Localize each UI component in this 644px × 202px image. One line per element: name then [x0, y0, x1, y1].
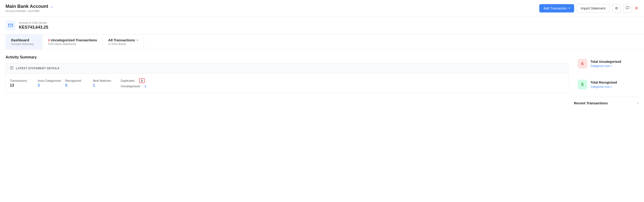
tab-all-sub: In Zoho Books [108, 43, 138, 46]
settings-icon: ⚙ [615, 6, 618, 11]
tab-dashboard-sub: Account Summary [11, 43, 37, 46]
tab-uncategorized-sub: From Bank Statements [48, 43, 97, 46]
main-content: Activity Summary LATEST STATEMENT DETAIL… [0, 50, 644, 202]
balance-amount: KES743,643.25 [19, 25, 48, 30]
stat-transactions: Transactions 13 [10, 79, 38, 88]
statement-icon [10, 66, 14, 71]
tab-all-main: All Transactions [108, 38, 135, 42]
uncategorized-row: Uncategorized : 1 [121, 85, 158, 88]
left-panel: Activity Summary LATEST STATEMENT DETAIL… [6, 55, 568, 196]
add-transaction-chevron: ▾ [569, 7, 570, 10]
recognized-title: Total Recognized [590, 81, 617, 84]
stats-row: Transactions 13 Auto-Categorized 3 Recog… [6, 74, 568, 93]
transactions-label: Transactions [10, 79, 38, 82]
auto-cat-label: Auto-Categorized [38, 79, 65, 82]
stat-recognized: Recognized 5 [65, 79, 93, 88]
right-panel: 6 Total Uncategorized Categorize now » 5… [574, 55, 638, 196]
categorize-now-link-2[interactable]: Categorize now » [590, 85, 617, 88]
recent-transactions-arrow[interactable]: › [637, 101, 638, 105]
duplicates-value[interactable]: 2 [139, 78, 144, 83]
header-actions: Add Transaction ▾ Import Statement ⚙ ✕ [539, 4, 638, 13]
stat-auto-categorized: Auto-Categorized 3 [38, 79, 65, 88]
activity-card: LATEST STATEMENT DETAILS Transactions 13… [6, 63, 568, 93]
balance-icon-container [6, 20, 16, 31]
close-button[interactable]: ✕ [634, 5, 638, 11]
best-matches-label: Best Matches [93, 79, 121, 82]
settings-button[interactable]: ⚙ [612, 4, 621, 13]
auto-cat-value[interactable]: 3 [38, 83, 65, 88]
uncategorized-dup-value[interactable]: 1 [144, 85, 146, 88]
uncategorized-count: 6 [48, 38, 50, 42]
total-uncategorized-card: 6 Total Uncategorized Categorize now » [574, 55, 638, 72]
chat-button[interactable] [623, 4, 632, 13]
duplicates-row: Duplicates : 2 [121, 78, 158, 83]
chat-icon [626, 6, 630, 11]
activity-summary-title: Activity Summary [6, 55, 568, 59]
transactions-value: 13 [10, 83, 38, 88]
recent-transactions-title: Recent Transactions [574, 101, 608, 105]
uncategorized-title: Total Uncategorized [590, 60, 621, 64]
account-title: Main Bank Account [6, 4, 48, 9]
duplicates-section: Duplicates : 2 Uncategorized : 1 [121, 78, 158, 88]
recent-transactions-header: Recent Transactions › [574, 97, 638, 107]
card-header-title: LATEST STATEMENT DETAILS [16, 67, 60, 70]
card-header: LATEST STATEMENT DETAILS [6, 63, 568, 74]
tab-all-transactions[interactable]: All Transactions ▾ In Zoho Books [103, 34, 144, 49]
tab-uncategorized-main: Uncategorized Transactions [51, 38, 97, 42]
account-info: Main Bank Account ⌄ Account Number: xxxx… [6, 4, 53, 13]
recognized-badge: 5 [578, 80, 587, 89]
tab-dashboard[interactable]: Dashboard Account Summary [6, 34, 42, 49]
recognized-label: Recognized [65, 79, 93, 82]
best-matches-value[interactable]: 1 [93, 83, 121, 88]
balance-label: Amount in Zoho Books [19, 21, 48, 25]
stat-best-matches: Best Matches 1 [93, 79, 121, 88]
uncategorized-dup-label: Uncategorized [121, 85, 140, 88]
account-dropdown-icon[interactable]: ⌄ [50, 4, 53, 9]
recognized-value[interactable]: 5 [65, 83, 93, 88]
page-header: Main Bank Account ⌄ Account Number: xxxx… [0, 0, 644, 17]
duplicates-label: Duplicates [121, 79, 135, 82]
tab-dashboard-main: Dashboard [11, 38, 37, 42]
tab-arrow-icon: ▾ [137, 39, 138, 42]
close-icon: ✕ [634, 5, 638, 11]
total-recognized-card: 5 Total Recognized Categorize now » [574, 76, 638, 93]
import-statement-button[interactable]: Import Statement [576, 4, 610, 13]
tab-uncategorized[interactable]: 6 Uncategorized Transactions From Bank S… [42, 34, 103, 49]
categorize-now-link-1[interactable]: Categorize now » [590, 64, 621, 68]
uncategorized-badge: 6 [578, 59, 587, 69]
balance-section: Amount in Zoho Books KES743,643.25 [0, 17, 644, 34]
account-number: Account Number: xxxx7890 [6, 10, 53, 13]
svg-rect-0 [8, 24, 13, 27]
add-transaction-button[interactable]: Add Transaction ▾ [539, 4, 574, 13]
tabs-navigation: Dashboard Account Summary 6 Uncategorize… [0, 34, 644, 50]
